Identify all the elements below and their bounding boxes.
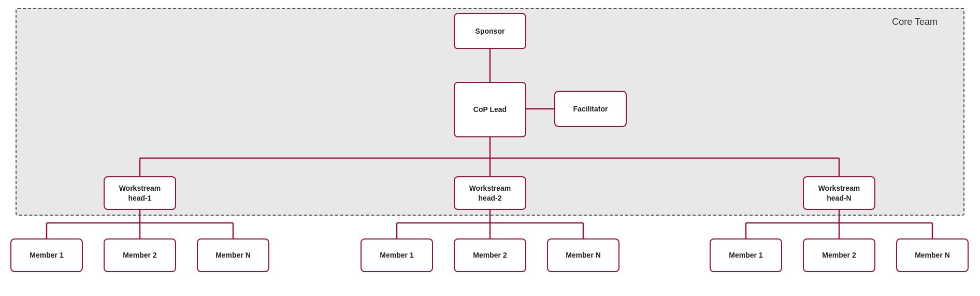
chart-container: Core Team — [0, 0, 980, 296]
ws2-member2-node: Member 2 — [454, 238, 526, 272]
wsn-membern-node: Member N — [896, 238, 969, 272]
core-team-label: Core Team — [892, 17, 938, 27]
ws-head-2-node: Workstream head-2 — [454, 176, 526, 210]
ws1-membern-node: Member N — [197, 238, 269, 272]
sponsor-node: Sponsor — [454, 13, 526, 49]
wsn-member2-node: Member 2 — [803, 238, 875, 272]
cop-lead-node: CoP Lead — [454, 82, 526, 137]
ws2-member1-node: Member 1 — [361, 238, 433, 272]
facilitator-node: Facilitator — [554, 91, 627, 127]
ws2-membern-node: Member N — [547, 238, 619, 272]
ws-head-n-node: Workstream head-N — [803, 176, 875, 210]
ws-head-1-node: Workstream head-1 — [104, 176, 176, 210]
ws1-member2-node: Member 2 — [104, 238, 176, 272]
ws1-member1-node: Member 1 — [10, 238, 83, 272]
wsn-member1-node: Member 1 — [710, 238, 782, 272]
